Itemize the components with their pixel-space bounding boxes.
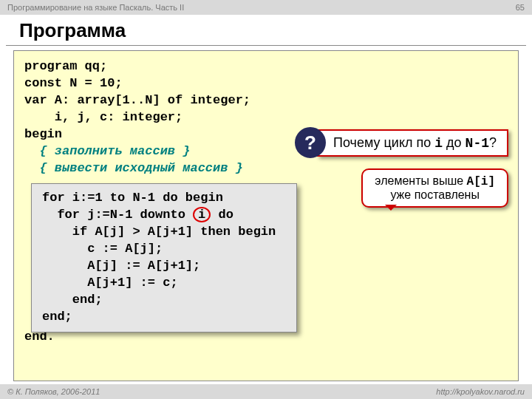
footer-url: http://kpolyakov.narod.ru bbox=[436, 387, 525, 396]
code-line: c := A[j]; bbox=[42, 241, 286, 258]
highlighted-i: i bbox=[193, 207, 211, 222]
code-line: A[j+1] := c; bbox=[42, 275, 286, 292]
question-text: Почему цикл по i до N-1? bbox=[317, 129, 508, 157]
speech-line: элементы выше A[i] bbox=[375, 174, 495, 188]
page-title: Программа bbox=[6, 15, 526, 46]
header-left: Программирование на языке Паскаль. Часть… bbox=[7, 3, 184, 12]
code-line: for i:=1 to N-1 do begin bbox=[42, 190, 286, 207]
header-bar: Программирование на языке Паскаль. Часть… bbox=[0, 0, 532, 15]
speech-line: уже поставлены bbox=[375, 188, 495, 202]
copyright: © К. Поляков, 2006-2011 bbox=[7, 387, 100, 396]
code-line: const N = 10; bbox=[24, 75, 508, 92]
code-line: end; bbox=[42, 292, 286, 309]
algorithm-overlay: for i:=1 to N-1 do begin for j:=N-1 down… bbox=[31, 183, 297, 332]
speech-callout: элементы выше A[i] уже поставлены bbox=[361, 168, 508, 208]
page-number: 65 bbox=[516, 3, 525, 12]
code-line: if A[j] > A[j+1] then begin bbox=[42, 224, 286, 241]
question-mark-icon: ? bbox=[295, 127, 326, 158]
code-line: for j:=N-1 downto i do bbox=[42, 207, 286, 224]
code-line: i, j, c: integer; bbox=[24, 109, 508, 126]
code-line: A[j] := A[j+1]; bbox=[42, 258, 286, 275]
code-line: var A: array[1..N] of integer; bbox=[24, 92, 508, 109]
code-line: end; bbox=[42, 309, 286, 326]
footer-bar: © К. Поляков, 2006-2011 http://kpolyakov… bbox=[0, 384, 532, 399]
code-line: program qq; bbox=[24, 58, 508, 75]
question-callout: ? Почему цикл по i до N-1? bbox=[295, 127, 508, 158]
